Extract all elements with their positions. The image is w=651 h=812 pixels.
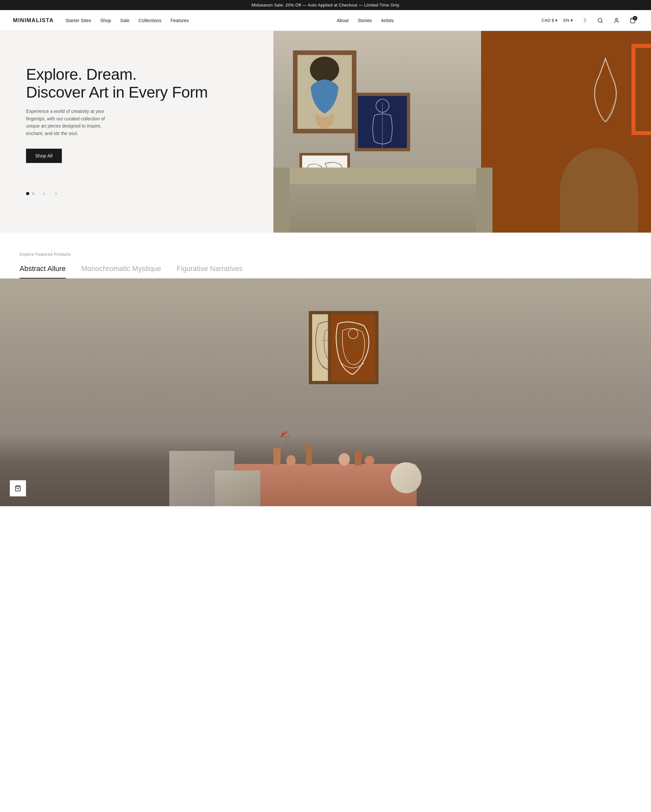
sofa — [274, 168, 492, 233]
large-sphere — [391, 462, 422, 493]
arrow-right-icon: › — [55, 190, 57, 197]
branch-svg — [277, 430, 303, 446]
svg-point-23 — [282, 433, 284, 435]
cart-button[interactable]: 0 — [628, 15, 638, 26]
carousel-arrows: ‹ › — [40, 189, 61, 198]
cart-badge: 0 — [633, 16, 637, 20]
sculpture-svg — [586, 57, 625, 122]
dark-mode-button[interactable]: ☽ — [579, 15, 589, 26]
language-chevron-icon: ▾ — [571, 18, 573, 23]
header-center: About Stories Artists — [336, 18, 394, 23]
header: MINIMALISTA Starter Sites Shop Sale Coll… — [0, 10, 651, 31]
hero-description: Experience a world of creativity at your… — [26, 108, 117, 137]
hero-title-line2: Discover Art in Every Form — [26, 84, 208, 101]
nav-starter-sites[interactable]: Starter Sites — [66, 18, 91, 23]
arrow-left-icon: ‹ — [43, 190, 45, 197]
announcement-text: Midseason Sale: 20% Off — Auto Applied a… — [252, 3, 399, 8]
currency-label: CAD $ — [542, 18, 554, 23]
artwork-1-svg — [298, 55, 352, 129]
nav-artists[interactable]: Artists — [381, 18, 394, 23]
svg-point-12 — [310, 56, 339, 82]
nav-shop[interactable]: Shop — [100, 18, 111, 23]
tab-abstract-allure[interactable]: Abstract Allure — [20, 264, 66, 278]
collection-image — [0, 278, 651, 506]
hero-image-scene — [274, 31, 651, 233]
nav-sale[interactable]: Sale — [120, 18, 130, 23]
carousel-dot-2[interactable] — [32, 192, 35, 195]
language-selector[interactable]: EN ▾ — [564, 18, 573, 23]
currency-selector[interactable]: CAD $ ▾ — [542, 18, 558, 23]
hero-title-line1: Explore. Dream. — [26, 66, 137, 83]
decor-cylinder-1 — [274, 448, 281, 466]
artwork-frame-1 — [293, 50, 356, 133]
artwork-2-svg — [358, 96, 407, 148]
currency-chevron-icon: ▾ — [555, 18, 558, 23]
collection-tabs: Abstract Allure Monochromatic Mystique F… — [20, 264, 631, 278]
carousel-dot-1[interactable] — [26, 192, 29, 195]
language-label: EN — [564, 18, 569, 23]
nav-about[interactable]: About — [336, 18, 348, 23]
announcement-bar: Midseason Sale: 20% Off — Auto Applied a… — [0, 0, 651, 10]
concrete-block-2 — [215, 470, 260, 506]
header-right: CAD $ ▾ EN ▾ ☽ 0 — [542, 15, 638, 26]
header-left: MINIMALISTA Starter Sites Shop Sale Coll… — [13, 17, 189, 24]
collection-art-right-svg — [332, 314, 375, 381]
round-table — [560, 148, 638, 233]
logo[interactable]: MINIMALISTA — [13, 17, 54, 24]
hero-title: Explore. Dream. Discover Art in Every Fo… — [26, 66, 254, 101]
artwork-frame-2 — [355, 93, 410, 151]
account-button[interactable] — [611, 15, 622, 26]
platform — [234, 464, 417, 506]
carousel-controls: ‹ › — [26, 189, 254, 198]
nav-collections[interactable]: Collections — [139, 18, 162, 23]
quick-add-float-button[interactable] — [10, 480, 26, 496]
svg-point-25 — [281, 435, 283, 437]
svg-point-24 — [285, 431, 287, 433]
svg-point-0 — [598, 18, 602, 22]
featured-section: Explore Featured Products Abstract Allur… — [0, 233, 651, 278]
carousel-next-button[interactable]: › — [52, 189, 61, 198]
hero-section: Explore. Dream. Discover Art in Every Fo… — [0, 31, 651, 233]
section-label: Explore Featured Products — [20, 252, 631, 257]
nav-stories[interactable]: Stories — [358, 18, 372, 23]
nav-features[interactable]: Features — [171, 18, 189, 23]
hero-content: Explore. Dream. Discover Art in Every Fo… — [0, 31, 274, 233]
moon-icon: ☽ — [582, 17, 586, 23]
decor-sphere-2 — [365, 456, 374, 466]
search-icon — [597, 18, 603, 23]
user-icon — [614, 18, 619, 23]
search-button[interactable] — [595, 15, 605, 26]
hero-image — [274, 31, 651, 233]
svg-point-2 — [616, 18, 617, 20]
shopping-bag-icon — [15, 485, 21, 491]
tab-monochromatic-mystique[interactable]: Monochromatic Mystique — [81, 264, 161, 278]
tab-figurative-narratives[interactable]: Figurative Narratives — [176, 264, 243, 278]
shop-all-button[interactable]: Shop All — [26, 149, 62, 163]
carousel-prev-button[interactable]: ‹ — [40, 189, 49, 198]
decor-stem — [306, 444, 312, 466]
main-nav: Starter Sites Shop Sale Collections Feat… — [66, 18, 189, 23]
decor-sphere-1 — [339, 453, 350, 466]
svg-line-1 — [601, 21, 602, 23]
carousel-dots — [26, 192, 35, 195]
branch-container — [286, 451, 306, 462]
collection-artwork-right — [328, 311, 379, 384]
decor-cylinder-2 — [355, 451, 361, 466]
right-section — [481, 31, 651, 233]
